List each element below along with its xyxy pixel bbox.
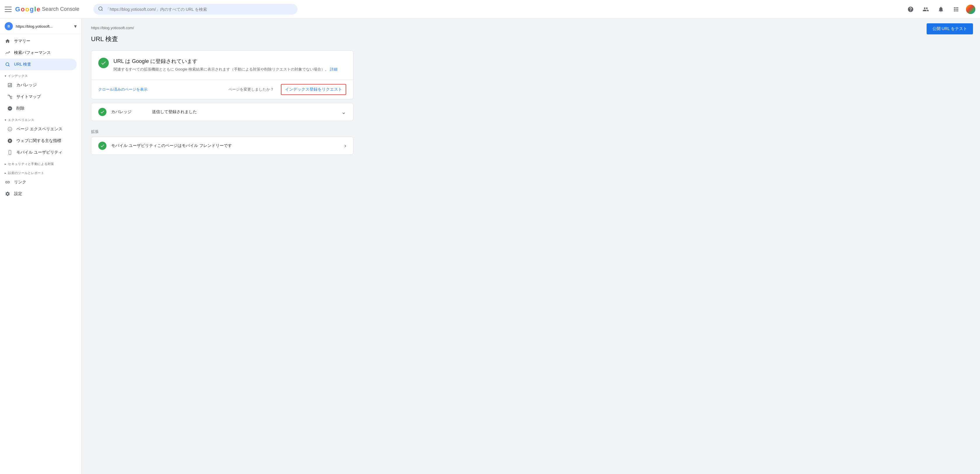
mobile-usability-row[interactable]: モバイル ユーザビリティ このページはモバイル フレンドリーです › bbox=[91, 137, 353, 154]
settings-icon bbox=[5, 191, 11, 197]
summary-label: サマリー bbox=[14, 38, 30, 44]
status-icon bbox=[98, 58, 109, 68]
removal-label: 削除 bbox=[16, 106, 24, 111]
property-favicon: B bbox=[5, 22, 13, 30]
sidebar-item-settings[interactable]: 設定 bbox=[0, 188, 77, 200]
sidebar-item-page-experience[interactable]: ページ エクスペリエンス bbox=[0, 123, 77, 135]
svg-line-1 bbox=[102, 10, 102, 11]
svg-point-9 bbox=[8, 127, 12, 131]
sitemap-label: サイトマップ bbox=[16, 94, 41, 100]
legacy-section-label: ▸ 以前のツールとレポート bbox=[0, 167, 81, 176]
search-input[interactable] bbox=[106, 7, 293, 12]
header-actions bbox=[905, 4, 975, 14]
status-title: URL は Google に登録されています bbox=[113, 58, 337, 65]
apps-button[interactable] bbox=[951, 4, 961, 14]
status-section: URL は Google に登録されています 関連するすべての拡張機能とともに … bbox=[91, 51, 353, 79]
sidebar-item-url-inspection[interactable]: URL 検査 bbox=[0, 59, 77, 70]
page-experience-icon bbox=[7, 126, 13, 132]
breadcrumb: https://blog.yotiosoft.com/ bbox=[91, 25, 970, 30]
mobile-icon bbox=[7, 149, 13, 155]
trending-icon bbox=[5, 50, 11, 55]
svg-rect-5 bbox=[11, 96, 12, 97]
sidebar-item-sitemap[interactable]: サイトマップ bbox=[0, 91, 77, 103]
search-nav-icon bbox=[5, 62, 11, 67]
extension-section-label: 拡張 bbox=[91, 124, 970, 137]
search-bar-container bbox=[93, 4, 298, 14]
crawled-page-link[interactable]: クロール済みのページを表示 bbox=[98, 87, 148, 92]
svg-point-2 bbox=[6, 63, 9, 66]
header-left: Google Search Console bbox=[5, 6, 86, 13]
home-icon bbox=[5, 38, 11, 44]
experience-section-label: ▾ エクスペリエンス bbox=[0, 114, 81, 123]
status-text-block: URL は Google に登録されています 関連するすべての拡張機能とともに … bbox=[113, 58, 337, 73]
security-section-label: ▸ セキュリティと手動による対策 bbox=[0, 158, 81, 167]
sidebar-item-search-performance[interactable]: 検索パフォーマンス bbox=[0, 47, 77, 59]
page-title: URL 検査 bbox=[91, 35, 970, 43]
sidebar-item-coverage[interactable]: カバレッジ bbox=[0, 79, 77, 91]
sidebar-item-removal[interactable]: 削除 bbox=[0, 103, 77, 114]
search-icon bbox=[98, 6, 103, 12]
status-description: 関連するすべての拡張機能とともに Google 検索結果に表示されます（手動によ… bbox=[113, 67, 337, 73]
main-content: https://blog.yotiosoft.com/ URL 検査 公開 UR… bbox=[82, 19, 980, 474]
app-name-label: Search Console bbox=[42, 6, 80, 12]
svg-point-13 bbox=[10, 154, 10, 154]
status-card: URL は Google に登録されています 関連するすべての拡張機能とともに … bbox=[91, 51, 353, 100]
account-button[interactable] bbox=[921, 4, 931, 14]
notifications-button[interactable] bbox=[935, 4, 946, 14]
sidebar-item-web-vitals[interactable]: ウェブに関する主な指標 bbox=[0, 135, 77, 147]
web-vitals-label: ウェブに関する主な指標 bbox=[16, 138, 61, 143]
coverage-card: カバレッジ 送信して登録されました ⌄ bbox=[91, 103, 353, 121]
action-row: クロール済みのページを表示 ページを変更しましたか？ インデックス登録をリクエス… bbox=[91, 80, 353, 99]
page-changed-text: ページを変更しましたか？ bbox=[228, 87, 274, 92]
mobile-status-icon bbox=[98, 142, 107, 150]
mobile-row-status: このページはモバイル フレンドリーです bbox=[157, 143, 344, 148]
menu-button[interactable] bbox=[5, 6, 12, 13]
property-selector[interactable]: B https://blog.yotiosoft... ▾ bbox=[0, 19, 81, 34]
sidebar-item-mobile-usability[interactable]: モバイル ユーザビリティ bbox=[0, 147, 77, 158]
svg-point-10 bbox=[9, 128, 10, 129]
mobile-usability-label: モバイル ユーザビリティ bbox=[16, 150, 62, 155]
url-inspection-label: URL 検査 bbox=[14, 62, 31, 67]
coverage-expand-icon: ⌄ bbox=[341, 108, 346, 116]
sidebar-item-summary[interactable]: サマリー bbox=[0, 35, 77, 47]
svg-line-3 bbox=[8, 65, 10, 66]
search-performance-label: 検索パフォーマンス bbox=[14, 50, 51, 55]
index-request-button[interactable]: インデックス登録をリクエスト bbox=[281, 84, 346, 95]
coverage-row-status: 送信して登録されました bbox=[152, 109, 341, 114]
mobile-row-label: モバイル ユーザビリティ bbox=[111, 143, 157, 148]
google-logo-icon: Google bbox=[15, 6, 40, 13]
coverage-row-label: カバレッジ bbox=[111, 109, 152, 114]
svg-rect-6 bbox=[11, 98, 12, 99]
coverage-row[interactable]: カバレッジ 送信して登録されました ⌄ bbox=[91, 103, 353, 121]
property-url: https://blog.yotiosoft... bbox=[16, 24, 71, 29]
web-vitals-icon bbox=[7, 138, 13, 144]
app-logo: Google Search Console bbox=[15, 6, 80, 13]
mobile-usability-card: モバイル ユーザビリティ このページはモバイル フレンドリーです › bbox=[91, 137, 353, 155]
sitemap-icon bbox=[7, 94, 13, 100]
links-label: リンク bbox=[14, 179, 26, 185]
test-url-button[interactable]: 公開 URL をテスト bbox=[927, 23, 973, 34]
help-button[interactable] bbox=[905, 4, 916, 14]
mobile-expand-icon: › bbox=[344, 142, 346, 149]
svg-point-0 bbox=[99, 7, 102, 10]
index-section-label: ▾ インデックス bbox=[0, 70, 81, 79]
avatar[interactable] bbox=[966, 5, 975, 14]
property-chevron-icon: ▾ bbox=[74, 23, 77, 29]
coverage-status-icon bbox=[98, 108, 107, 116]
links-icon bbox=[5, 179, 11, 185]
app-header: Google Search Console bbox=[0, 0, 980, 19]
page-experience-label: ページ エクスペリエンス bbox=[16, 127, 62, 132]
sidebar: B https://blog.yotiosoft... ▾ サマリー 検索パフォ… bbox=[0, 19, 82, 474]
app-body: B https://blog.yotiosoft... ▾ サマリー 検索パフォ… bbox=[0, 19, 980, 474]
detail-link[interactable]: 詳細 bbox=[330, 67, 337, 71]
search-bar bbox=[93, 4, 298, 14]
coverage-icon bbox=[7, 82, 13, 88]
removal-icon bbox=[7, 106, 13, 111]
sidebar-item-links[interactable]: リンク bbox=[0, 176, 77, 188]
svg-rect-4 bbox=[8, 95, 10, 96]
settings-label: 設定 bbox=[14, 191, 22, 197]
coverage-label: カバレッジ bbox=[16, 82, 37, 88]
svg-point-11 bbox=[11, 128, 11, 129]
